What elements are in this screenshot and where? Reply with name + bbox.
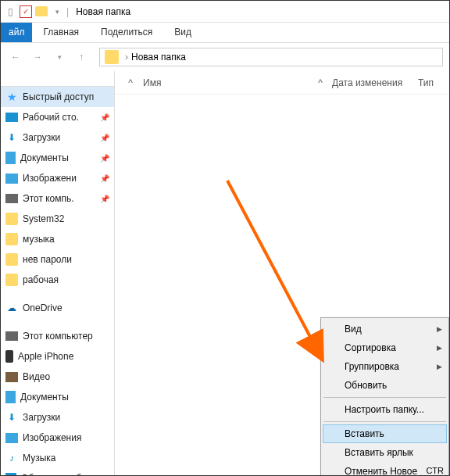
sidebar-item-label: Загрузки	[23, 412, 60, 423]
sidebar-item-iphone[interactable]: Apple iPhone	[1, 346, 114, 367]
sidebar-item-documents[interactable]: Документы📌	[1, 148, 114, 168]
tab-file[interactable]: айл	[1, 23, 32, 42]
menu-label: Группировка	[345, 361, 399, 372]
sidebar-item-label: OneDrive	[23, 302, 62, 313]
pc-icon	[5, 194, 18, 203]
documents-icon	[5, 391, 16, 403]
sidebar-item-label: Объемные об	[21, 473, 81, 475]
sidebar-item-music[interactable]: ♪Музыка	[1, 448, 114, 468]
sidebar-item-label: Изображени	[23, 173, 77, 184]
context-customize[interactable]: Настроить папку...	[323, 400, 447, 419]
pin-icon: 📌	[100, 195, 109, 203]
context-sort[interactable]: Сортировка▶	[323, 338, 447, 357]
pictures-icon	[5, 174, 18, 184]
sidebar-item-label: нев пароли	[23, 254, 72, 265]
context-view[interactable]: Вид▶	[323, 320, 447, 338]
sidebar-this-pc[interactable]: Этот компьютер	[1, 326, 114, 346]
sidebar-item-desktop[interactable]: Рабочий сто.📌	[1, 107, 114, 127]
chevron-right-icon: ▶	[437, 344, 442, 352]
nav-forward-button[interactable]: →	[29, 48, 46, 66]
dropdown-icon[interactable]: ▾	[51, 5, 63, 18]
folder-icon	[5, 213, 18, 225]
column-headers: ^ Имя ^ Дата изменения Тип	[115, 71, 449, 95]
pin-icon: 📌	[100, 134, 109, 142]
shortcut-label: CTR	[426, 466, 444, 475]
sidebar-item-label: Изображения	[23, 432, 81, 443]
sidebar: ★ Быстрый доступ Рабочий сто.📌 ⬇Загрузки…	[1, 71, 115, 475]
content-area[interactable]: ^ Имя ^ Дата изменения Тип Вид▶ Сортиров…	[115, 71, 449, 475]
downloads-icon: ⬇	[5, 131, 18, 144]
quick-access-pin-icon[interactable]: ✓	[20, 5, 32, 18]
sort-indicator-icon: ^	[309, 77, 332, 88]
chevron-right-icon: ▶	[437, 325, 442, 333]
3d-icon	[5, 473, 16, 475]
sidebar-item-label: Apple iPhone	[18, 351, 73, 362]
menu-label: Вид	[345, 324, 362, 335]
sidebar-item-pictures2[interactable]: Изображения	[1, 428, 114, 448]
video-icon	[5, 372, 18, 382]
sidebar-item-pc[interactable]: Этот компь.📌	[1, 188, 114, 209]
separator	[323, 397, 446, 398]
sidebar-item-system32[interactable]: System32	[1, 209, 114, 229]
sidebar-item-pictures[interactable]: Изображени📌	[1, 168, 114, 188]
sidebar-onedrive[interactable]: ☁OneDrive	[1, 298, 114, 318]
folder-icon	[5, 233, 18, 245]
star-icon: ★	[5, 91, 18, 103]
sidebar-item-label: Видео	[23, 371, 50, 382]
sidebar-item-downloads2[interactable]: ⬇Загрузки	[1, 407, 114, 428]
sidebar-item-3d[interactable]: Объемные об	[1, 468, 114, 475]
menu-label: Вставить	[345, 428, 384, 439]
context-group[interactable]: Группировка▶	[323, 357, 447, 376]
breadcrumb-path[interactable]: Новая папка	[131, 52, 186, 63]
pin-icon: 📌	[100, 154, 109, 163]
sidebar-item-label: Музыка	[23, 453, 55, 463]
pin-icon: 📌	[100, 174, 109, 183]
sidebar-item-passwords[interactable]: нев пароли	[1, 249, 114, 270]
column-type[interactable]: Тип	[418, 77, 449, 88]
menu-label: Сортировка	[345, 342, 396, 353]
breadcrumb[interactable]: › Новая папка	[99, 48, 443, 66]
context-paste[interactable]: Вставить	[323, 424, 447, 443]
sidebar-item-label: Загрузки	[23, 132, 60, 143]
onedrive-icon: ☁	[5, 302, 18, 314]
pictures-icon	[5, 433, 18, 443]
column-name[interactable]: Имя	[137, 77, 309, 88]
context-refresh[interactable]: Обновить	[323, 376, 447, 395]
nav-back-button[interactable]: ←	[7, 48, 24, 66]
column-date[interactable]: Дата изменения	[332, 77, 418, 88]
folder-icon	[35, 5, 48, 18]
tab-share[interactable]: Поделиться	[90, 23, 163, 42]
sidebar-item-music-folder[interactable]: музыка	[1, 229, 114, 249]
ribbon: айл Главная Поделиться Вид	[1, 23, 449, 43]
sidebar-item-work[interactable]: рабочая	[1, 270, 114, 290]
sidebar-item-video[interactable]: Видео	[1, 367, 114, 387]
pc-icon	[5, 331, 18, 341]
folder-icon	[5, 274, 18, 286]
sidebar-item-label: Документы	[20, 392, 69, 403]
nav-dropdown[interactable]: ▾	[51, 48, 68, 66]
divider: |	[66, 6, 69, 17]
pin-icon: 📌	[100, 113, 109, 122]
context-paste-shortcut[interactable]: Вставить ярлык	[323, 443, 447, 462]
sidebar-item-label: Документы	[20, 152, 69, 163]
chevron-right-icon: ▶	[437, 363, 442, 370]
sidebar-item-downloads[interactable]: ⬇Загрузки📌	[1, 127, 114, 148]
titlebar: ▯ ✓ ▾ | Новая папка	[1, 1, 449, 23]
sidebar-item-label: Этот компьютер	[23, 331, 93, 342]
downloads-icon: ⬇	[5, 411, 18, 424]
sidebar-quick-access[interactable]: ★ Быстрый доступ	[1, 87, 114, 107]
menu-label: Отменить Новое	[345, 466, 417, 476]
tab-view[interactable]: Вид	[163, 23, 202, 42]
context-menu: Вид▶ Сортировка▶ Группировка▶ Обновить Н…	[320, 317, 449, 476]
scroll-up-icon[interactable]: ^	[124, 77, 137, 88]
context-undo[interactable]: Отменить НовоеCTR	[323, 462, 447, 476]
navbar: ← → ▾ ↑ › Новая папка	[1, 43, 449, 71]
chevron-icon: ›	[125, 52, 128, 63]
folder-icon	[105, 50, 119, 64]
menu-label: Обновить	[345, 380, 387, 391]
menu-label: Вставить ярлык	[345, 447, 413, 458]
sidebar-item-documents2[interactable]: Документы	[1, 387, 114, 407]
nav-up-button[interactable]: ↑	[73, 48, 90, 66]
music-icon: ♪	[5, 452, 18, 464]
tab-home[interactable]: Главная	[32, 23, 90, 42]
